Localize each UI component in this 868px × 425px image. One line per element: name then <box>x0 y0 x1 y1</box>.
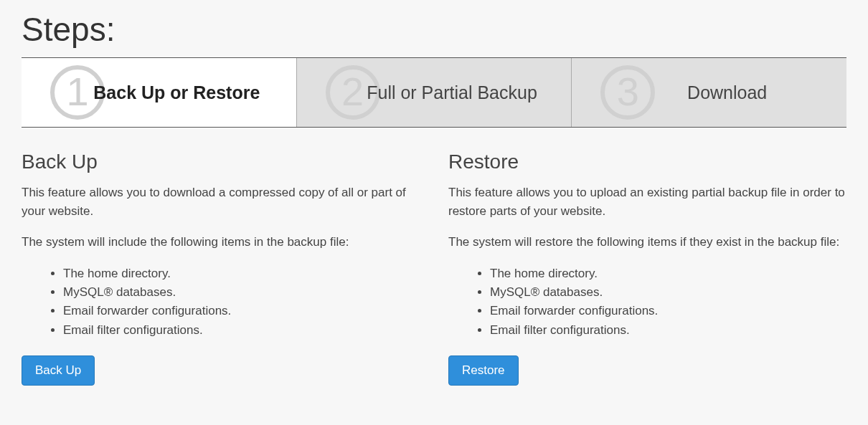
restore-column: Restore This feature allows you to uploa… <box>448 151 846 386</box>
list-item: Email filter configurations. <box>63 321 420 340</box>
backup-column: Back Up This feature allows you to downl… <box>22 151 420 386</box>
list-item: The home directory. <box>490 264 846 283</box>
step-tab-download[interactable]: 3 Download <box>572 58 846 127</box>
backup-list-intro: The system will include the following it… <box>22 233 420 252</box>
backup-heading: Back Up <box>22 151 420 173</box>
steps-nav: 1 Back Up or Restore 2 Full or Partial B… <box>22 58 846 128</box>
restore-button[interactable]: Restore <box>448 355 519 386</box>
restore-list-intro: The system will restore the following it… <box>448 233 846 252</box>
restore-items: The home directory. MySQL® databases. Em… <box>448 264 846 340</box>
list-item: Email forwarder configurations. <box>490 302 846 320</box>
page-title: Steps: <box>22 0 846 58</box>
step-label: Download <box>651 82 767 103</box>
step-tab-backup-or-restore[interactable]: 1 Back Up or Restore <box>22 58 297 127</box>
step-label: Full or Partial Backup <box>331 82 537 103</box>
restore-intro: This feature allows you to upload an exi… <box>448 183 846 220</box>
backup-intro: This feature allows you to download a co… <box>22 183 420 220</box>
list-item: Email forwarder configurations. <box>63 302 420 320</box>
content-columns: Back Up This feature allows you to downl… <box>22 128 846 386</box>
backup-button[interactable]: Back Up <box>22 355 95 386</box>
list-item: Email filter configurations. <box>490 321 846 340</box>
restore-heading: Restore <box>448 151 846 173</box>
list-item: The home directory. <box>63 264 420 283</box>
list-item: MySQL® databases. <box>63 283 420 302</box>
backup-items: The home directory. MySQL® databases. Em… <box>22 264 420 340</box>
list-item: MySQL® databases. <box>490 283 846 302</box>
step-tab-full-or-partial[interactable]: 2 Full or Partial Backup <box>297 58 572 127</box>
step-number-icon: 3 <box>600 65 655 120</box>
step-label: Back Up or Restore <box>57 82 260 103</box>
